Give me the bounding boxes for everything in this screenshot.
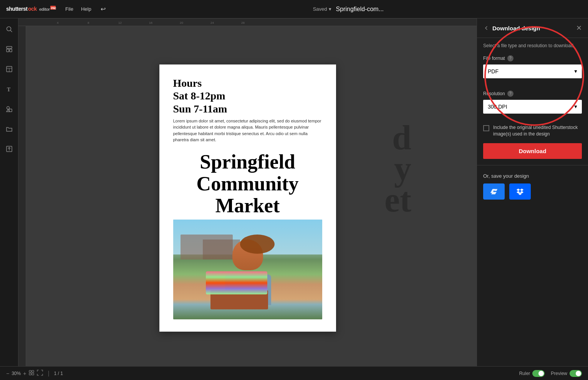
dropbox-button[interactable] <box>509 183 531 200</box>
file-menu[interactable]: File <box>65 6 73 12</box>
svg-rect-27 <box>32 370 34 372</box>
logo-text: shutterst ock editor PRO <box>6 4 56 14</box>
saved-label: Saved <box>313 6 327 12</box>
panel-close-button[interactable]: ✕ <box>576 24 582 32</box>
download-button[interactable]: Download <box>483 143 582 159</box>
ruler-toggle[interactable] <box>532 370 545 377</box>
file-format-select-wrapper: PDF PNG JPG SVG ▼ <box>483 64 582 78</box>
zoom-out-button[interactable]: − <box>6 370 9 377</box>
checkbox-row: Include the original unedited Shuttersto… <box>477 123 588 142</box>
topbar-menu: File Help <box>65 6 91 12</box>
svg-text:20: 20 <box>180 21 183 25</box>
panel-divider <box>477 165 588 165</box>
svg-text:shutterst: shutterst <box>6 6 28 12</box>
svg-line-6 <box>10 31 12 32</box>
sidebar-templates-icon[interactable] <box>3 43 15 55</box>
svg-rect-26 <box>29 370 31 372</box>
preview-toggle-group: Preview <box>551 370 582 377</box>
file-format-help-icon[interactable]: ? <box>507 55 513 61</box>
sidebar-elements-icon[interactable] <box>3 103 15 115</box>
resolution-section: Resolution ? 72 DPI 150 DPI 300 DPI ▼ <box>477 88 588 123</box>
panel-subtitle: Select a file type and resolution to dow… <box>477 38 588 52</box>
ruler-top: 4 8 12 16 20 24 28 <box>18 18 477 26</box>
svg-text:24: 24 <box>210 21 214 25</box>
svg-text:T: T <box>7 87 11 93</box>
file-format-label: File format ? <box>483 55 582 61</box>
topbar-center: Saved ▾ Springfield-com... <box>115 6 582 13</box>
undo-button[interactable]: ↩ <box>101 5 106 13</box>
panel-back-button[interactable] <box>483 25 489 31</box>
page-indicator: 1 / 1 <box>54 371 63 376</box>
checkbox-label: Include the original unedited Shuttersto… <box>493 124 582 137</box>
sidebar-folder-icon[interactable] <box>3 123 15 135</box>
zoom-level[interactable]: 30% <box>12 371 21 376</box>
doc-name[interactable]: Springfield-com... <box>336 6 384 13</box>
svg-rect-28 <box>29 373 31 375</box>
preview-toggle[interactable] <box>570 370 582 377</box>
zoom-in-button[interactable]: + <box>23 370 26 377</box>
svg-text:28: 28 <box>241 21 245 25</box>
ruler-toggle-knob <box>538 371 544 376</box>
svg-text:8: 8 <box>88 21 89 25</box>
ruler-toggle-group: Ruler <box>519 370 545 377</box>
panel-title: Download design <box>492 25 573 31</box>
sidebar-upload-icon[interactable] <box>3 143 15 155</box>
file-format-select[interactable]: PDF PNG JPG SVG <box>483 64 582 78</box>
main-layout: T <box>0 18 588 366</box>
fit-screen-button[interactable] <box>28 370 35 377</box>
svg-text:4: 4 <box>57 21 59 25</box>
svg-rect-9 <box>10 49 12 52</box>
preview-label: Preview <box>551 371 567 376</box>
doc-main-title: Springfield Community Market <box>173 151 322 217</box>
svg-point-5 <box>7 27 11 31</box>
right-panel: Download design ✕ Select a file type and… <box>477 18 588 366</box>
preview-toggle-knob <box>576 371 581 376</box>
svg-text:ock: ock <box>28 6 37 12</box>
separator: | <box>48 370 49 377</box>
ruler-left <box>18 26 26 366</box>
ruler-label: Ruler <box>519 371 530 376</box>
svg-text:12: 12 <box>118 21 122 25</box>
doc-page: Hours Sat 8-12pm Sun 7-11am Lorem ipsum … <box>159 64 336 332</box>
google-drive-button[interactable] <box>483 183 505 200</box>
saved-badge: Saved ▾ <box>313 6 331 12</box>
doc-image <box>173 220 322 319</box>
save-section: Or, save your design <box>477 170 588 203</box>
sidebar-layout-icon[interactable] <box>3 63 15 75</box>
doc-hours-title: Hours Sat 8-12pm Sun 7-11am <box>173 77 322 116</box>
save-buttons <box>483 183 582 200</box>
svg-text:16: 16 <box>149 21 152 25</box>
svg-text:PRO: PRO <box>51 7 56 10</box>
resolution-help-icon[interactable]: ? <box>507 91 513 97</box>
canvas-area[interactable]: 4 8 12 16 20 24 28 d y et Hours Sat 8-12… <box>18 18 477 366</box>
saved-chevron-icon: ▾ <box>329 6 331 12</box>
file-format-section: File format ? PDF PNG JPG SVG ▼ <box>477 52 588 88</box>
svg-rect-7 <box>7 46 12 48</box>
help-menu[interactable]: Help <box>81 6 91 12</box>
resolution-select-wrapper: 72 DPI 150 DPI 300 DPI ▼ <box>483 100 582 114</box>
app-logo: shutterst ock editor PRO <box>6 4 56 14</box>
resolution-select[interactable]: 72 DPI 150 DPI 300 DPI <box>483 100 582 114</box>
include-original-checkbox[interactable] <box>483 125 489 131</box>
fullscreen-button[interactable] <box>37 370 43 377</box>
bottom-right: Ruler Preview <box>519 370 582 377</box>
save-title: Or, save your design <box>483 173 582 179</box>
left-sidebar: T <box>0 18 18 366</box>
doc-body-text: Lorem ipsum dolor sit amet, consectetur … <box>173 118 322 143</box>
svg-rect-29 <box>32 373 34 375</box>
bottom-bar: − 30% + | 1 / 1 Ruler <box>0 366 588 380</box>
svg-text:editor: editor <box>39 7 50 12</box>
zoom-controls: − 30% + <box>6 370 43 377</box>
topbar: shutterst ock editor PRO File Help ↩ Sav… <box>0 0 588 18</box>
sidebar-search-icon[interactable] <box>3 23 15 35</box>
panel-header: Download design ✕ <box>477 18 588 38</box>
sidebar-text-icon[interactable]: T <box>3 83 15 95</box>
resolution-label: Resolution ? <box>483 91 582 97</box>
bg-text: d y et <box>384 122 411 215</box>
svg-point-14 <box>7 107 9 109</box>
svg-rect-8 <box>7 49 9 52</box>
